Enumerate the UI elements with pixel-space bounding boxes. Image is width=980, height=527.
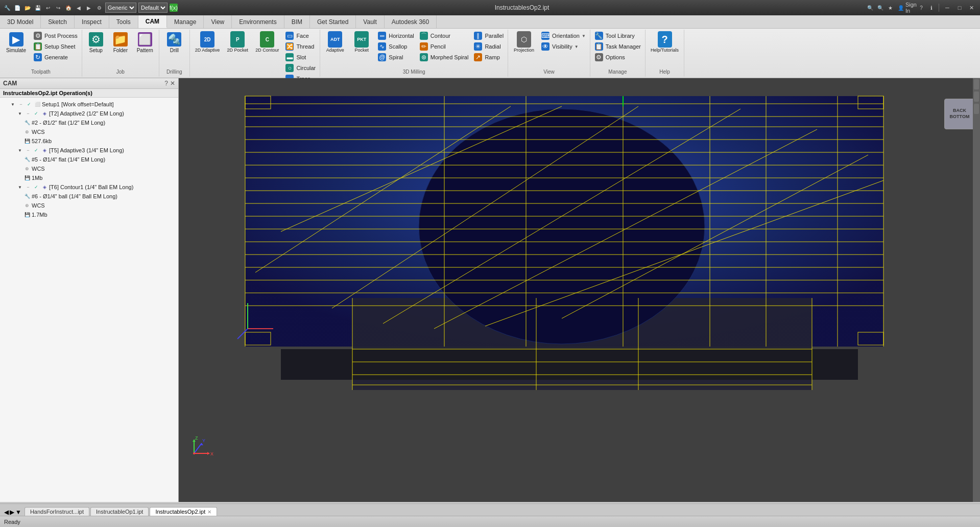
- minimize-btn[interactable]: ─: [942, 3, 952, 13]
- 2d-adaptive-button[interactable]: 2D 2D Adaptive: [192, 31, 223, 54]
- pattern-button[interactable]: ⬜ Pattern: [133, 31, 157, 55]
- search-icon[interactable]: 🔍: [866, 4, 874, 12]
- circular-button[interactable]: ○ Circular: [283, 63, 318, 73]
- redo-icon[interactable]: ↪: [54, 4, 62, 12]
- tree-t5-adaptive3[interactable]: ▼ − ✓ ◈ [T5] Adaptive3 (1/4" EM Long): [0, 146, 178, 155]
- spiral-button[interactable]: @ Spiral: [375, 52, 416, 62]
- tab-manage[interactable]: Manage: [167, 15, 204, 28]
- cam-help-btn[interactable]: ?: [164, 80, 168, 87]
- tool-library-button[interactable]: 🔧 Tool Library: [592, 31, 643, 41]
- doc-tab-op2[interactable]: InstructablesOp2.ipt ✕: [150, 507, 217, 516]
- help-tutorials-button[interactable]: ? Help/Tutorials: [648, 31, 682, 54]
- adaptive-button[interactable]: ADT Adaptive: [322, 31, 348, 54]
- tree-wcs-3[interactable]: ⊕ WCS: [0, 201, 178, 210]
- bookmark-icon[interactable]: ★: [887, 4, 895, 12]
- new-icon[interactable]: 📄: [13, 4, 21, 12]
- tab-environments[interactable]: Environments: [232, 15, 284, 28]
- slot-button[interactable]: ▬ Slot: [283, 52, 318, 62]
- search2-icon[interactable]: 🔍: [876, 4, 885, 12]
- horizontal-button[interactable]: ═ Horizontal: [375, 31, 416, 41]
- thread-button[interactable]: 🔀 Thread: [283, 41, 318, 52]
- options-button[interactable]: ⚙ Options: [592, 52, 643, 62]
- orientation-button[interactable]: ⌨ Orientation ▼: [539, 31, 588, 41]
- tab-autodesk360[interactable]: Autodesk 360: [385, 15, 437, 28]
- job-label: Job: [116, 69, 125, 76]
- 2d-contour-button[interactable]: C 2D Contour: [252, 31, 282, 54]
- radial-icon: ✳: [473, 42, 483, 51]
- expand-btn-3[interactable]: [974, 104, 979, 114]
- home-icon[interactable]: 🏠: [64, 4, 73, 12]
- tree-t6-contour1[interactable]: ▼ − ✓ ◈ [T6] Contour1 (1/4" Ball EM Long…: [0, 182, 178, 192]
- visibility-button[interactable]: 👁 Visibility ▼: [539, 41, 588, 52]
- workspace-dropdown[interactable]: Default: [138, 3, 168, 13]
- scallop-button[interactable]: ∿ Scallop: [375, 41, 416, 52]
- tab-bim[interactable]: BIM: [284, 15, 310, 28]
- tab-vault[interactable]: Vault: [356, 15, 384, 28]
- forward-icon[interactable]: ▶: [85, 4, 93, 12]
- tab-tools[interactable]: Tools: [109, 15, 138, 28]
- 2d-pocket-button[interactable]: P 2D Pocket: [224, 31, 251, 54]
- preset-dropdown[interactable]: Generic: [105, 3, 136, 13]
- drill-button[interactable]: 🔩 Drill: [161, 31, 187, 55]
- contour-button[interactable]: ⌒ Contour: [417, 31, 471, 41]
- settings-icon[interactable]: ⚙: [95, 4, 103, 12]
- setup-sheet-button[interactable]: 📋 Setup Sheet: [31, 41, 80, 52]
- fx-icon[interactable]: f(x): [170, 4, 178, 12]
- view-cube[interactable]: BACK BOTTOM: [944, 99, 975, 129]
- tab-3d-model[interactable]: 3D Model: [0, 15, 41, 28]
- tab-view[interactable]: View: [204, 15, 232, 28]
- tab-cam[interactable]: CAM: [138, 15, 167, 28]
- doc-tab-hands[interactable]: HandsForInstruct...ipt: [25, 507, 89, 516]
- parallel-button[interactable]: ∥ Parallel: [471, 31, 506, 41]
- wcs2-label: WCS: [32, 166, 45, 172]
- setup-button[interactable]: ⚙ Setup: [84, 31, 108, 55]
- tree-tool-2[interactable]: 🔧 #2 - Ø1/2" flat (1/2" EM Long): [0, 118, 178, 127]
- tree-setup1[interactable]: ▼ − ✓ ⬜ Setup1 [Work offset=Default]: [0, 100, 178, 109]
- face-button[interactable]: ▭ Face: [283, 31, 318, 41]
- user-icon[interactable]: 👤: [897, 4, 905, 12]
- ramp-button[interactable]: ↗ Ramp: [471, 52, 506, 62]
- radial-button[interactable]: ✳ Radial: [471, 41, 506, 52]
- tree-wcs-1[interactable]: ⊕ WCS: [0, 127, 178, 136]
- viewport[interactable]: X Y Z BACK BOTTOM: [179, 78, 980, 502]
- help-btn[interactable]: ?: [917, 4, 925, 12]
- expand-btn-2[interactable]: [974, 91, 979, 102]
- back-icon[interactable]: ◀: [75, 4, 83, 12]
- projection-button[interactable]: ⬡ Projection: [510, 31, 538, 54]
- info-icon[interactable]: ℹ: [927, 4, 936, 12]
- horizontal-icon: ═: [377, 31, 387, 40]
- cam-header: CAM ? ✕: [0, 78, 178, 89]
- cam-close-btn[interactable]: ✕: [170, 80, 175, 87]
- tree-tool-6[interactable]: 🔧 #6 - Ø1/4" ball (1/4" Ball EM Long): [0, 192, 178, 201]
- undo-icon[interactable]: ↩: [44, 4, 52, 12]
- morphed-spiral-button[interactable]: ⊛ Morphed Spiral: [417, 52, 471, 62]
- pencil-button[interactable]: ✏ Pencil: [417, 41, 471, 52]
- doc-tab-op1[interactable]: InstructableOp1.ipt: [90, 507, 149, 516]
- tree-t2-adaptive2[interactable]: ▼ − ✓ ◈ [T2] Adaptive2 (1/2" EM Long): [0, 109, 178, 118]
- close-btn[interactable]: ✕: [967, 3, 977, 13]
- sign-in-btn[interactable]: Sign In: [907, 4, 915, 12]
- tree-tool-5[interactable]: 🔧 #5 - Ø1/4" flat (1/4" EM Long): [0, 155, 178, 164]
- save-icon[interactable]: 💾: [34, 4, 42, 12]
- pocket-button[interactable]: PKT Pocket: [349, 31, 374, 54]
- svg-point-4: [419, 109, 705, 344]
- tab-get-started[interactable]: Get Started: [310, 15, 356, 28]
- panel-resize-handle[interactable]: [176, 78, 178, 502]
- app-icon[interactable]: 🔧: [3, 4, 11, 12]
- task-manager-button[interactable]: 📋 Task Manager: [592, 41, 643, 52]
- tab-nav-left[interactable]: ◀: [4, 509, 9, 516]
- maximize-btn[interactable]: □: [954, 3, 965, 13]
- folder-button[interactable]: 📁 Folder: [109, 31, 132, 55]
- tab-list-btn[interactable]: ▼: [15, 509, 21, 516]
- tab-nav-right[interactable]: ▶: [10, 509, 14, 516]
- tab-close-op2[interactable]: ✕: [207, 509, 211, 515]
- open-icon[interactable]: 📂: [23, 4, 32, 12]
- post-process-button[interactable]: ⚙ Post Process: [31, 31, 80, 41]
- generate-button[interactable]: ↻ Generate: [31, 52, 80, 62]
- spiral-icon: @: [377, 53, 387, 62]
- tab-inspect[interactable]: Inspect: [75, 15, 109, 28]
- tree-wcs-2[interactable]: ⊕ WCS: [0, 164, 178, 173]
- tab-sketch[interactable]: Sketch: [41, 15, 75, 28]
- expand-btn-1[interactable]: [974, 79, 979, 89]
- simulate-button[interactable]: ▶ Simulate: [2, 31, 30, 55]
